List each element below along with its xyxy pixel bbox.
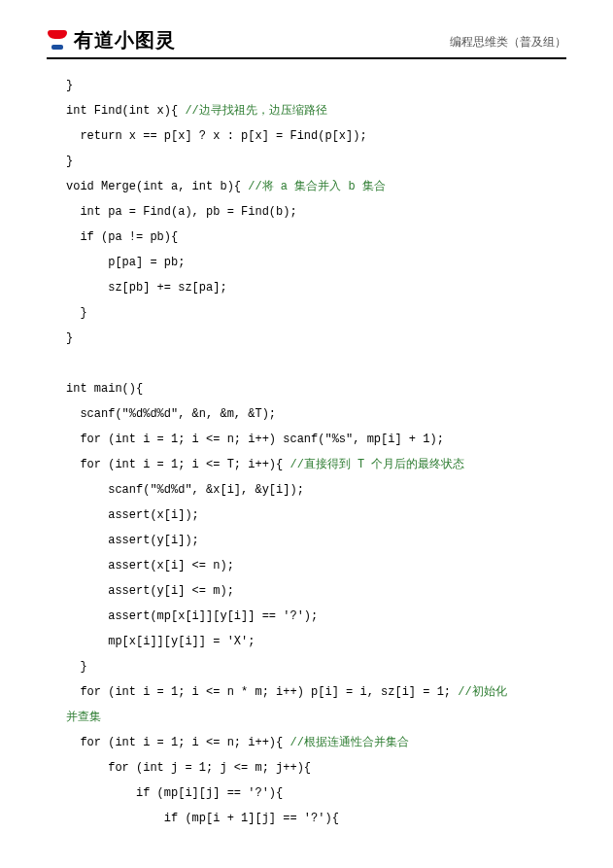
code-comment: //根据连通性合并集合	[289, 736, 408, 749]
code-line: void Merge(int a, int b){	[66, 180, 248, 193]
code-line: mp[x[i]][y[i]] = 'X';	[66, 635, 255, 648]
code-comment: //直接得到 T 个月后的最终状态	[289, 458, 464, 471]
code-line: scanf("%d%d%d", &n, &m, &T);	[66, 407, 276, 421]
code-line: for (int i = 1; i <= n * m; i++) p[i] = …	[66, 685, 458, 699]
code-line: assert(x[i] <= n);	[66, 559, 234, 573]
code-line: for (int i = 1; i <= n; i++) scanf("%s",…	[66, 433, 444, 446]
code-line: scanf("%d%d", &x[i], &y[i]);	[66, 483, 304, 497]
code-line: }	[66, 331, 73, 345]
code-comment: //将 a 集合并入 b 集合	[248, 180, 386, 193]
code-line: assert(mp[x[i]][y[i]] == '?');	[66, 609, 318, 623]
code-line: }	[66, 306, 87, 320]
code-line: if (mp[i][j] == '?'){	[66, 786, 283, 800]
brand: 有道小图灵	[47, 27, 176, 53]
code-line: if (pa != pb){	[66, 230, 178, 244]
header-category: 编程思维类（普及组）	[450, 34, 566, 53]
code-line: assert(y[i]);	[66, 534, 199, 547]
code-line: return x == p[x] ? x : p[x] = Find(p[x])…	[66, 129, 367, 143]
code-comment: //边寻找祖先，边压缩路径	[185, 104, 326, 118]
code-comment: //初始化	[458, 685, 506, 699]
code-line: int Find(int x){	[66, 104, 185, 118]
brand-logo-icon	[47, 29, 68, 51]
code-listing: } int Find(int x){ //边寻找祖先，边压缩路径 return …	[47, 73, 566, 831]
code-line: assert(x[i]);	[66, 508, 199, 522]
code-line: assert(y[i] <= m);	[66, 584, 234, 598]
code-line: }	[66, 155, 73, 168]
code-line: sz[pb] += sz[pa];	[66, 281, 227, 295]
code-line: for (int j = 1; j <= m; j++){	[66, 761, 311, 775]
code-line: int pa = Find(a), pb = Find(b);	[66, 205, 297, 219]
document-page: 有道小图灵 编程思维类（普及组） } int Find(int x){ //边寻…	[0, 0, 613, 868]
brand-text: 有道小图灵	[74, 27, 176, 53]
code-line: }	[66, 79, 73, 92]
code-line: if (mp[i + 1][j] == '?'){	[66, 812, 339, 825]
code-line: for (int i = 1; i <= T; i++){	[66, 458, 289, 471]
code-line: }	[66, 660, 87, 674]
page-header: 有道小图灵 编程思维类（普及组）	[47, 27, 566, 59]
code-comment: 并查集	[66, 711, 101, 724]
code-line: int main(){	[66, 382, 143, 396]
code-line: for (int i = 1; i <= n; i++){	[66, 736, 289, 749]
code-line: p[pa] = pb;	[66, 256, 185, 269]
